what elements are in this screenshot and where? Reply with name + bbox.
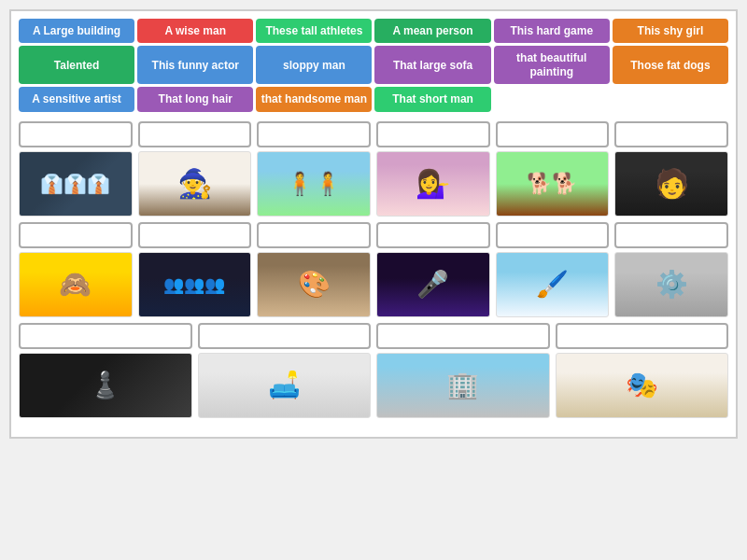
image-cell-wise-man bbox=[138, 151, 252, 217]
answer-box-cell-artist[interactable] bbox=[496, 222, 610, 248]
image-cell-painting bbox=[257, 252, 371, 317]
image-cell-fat-dogs bbox=[496, 151, 610, 217]
image-cell-handsome bbox=[614, 151, 728, 217]
image-cell-machine bbox=[614, 252, 728, 317]
answer-box-cell-game[interactable] bbox=[19, 323, 192, 349]
image-cell-long-hair bbox=[376, 151, 490, 217]
answer-box-cell-sloppy[interactable] bbox=[257, 121, 371, 147]
cell-game bbox=[19, 323, 192, 418]
cell-sloppy bbox=[257, 121, 371, 217]
answer-box-cell-performer[interactable] bbox=[376, 222, 490, 248]
tag-handsome-man[interactable]: that handsome man bbox=[256, 87, 372, 111]
answer-box-cell-machine[interactable] bbox=[614, 222, 728, 248]
tag-mean-person[interactable]: A mean person bbox=[374, 19, 490, 43]
tag-large-sofa[interactable]: That large sofa bbox=[374, 46, 490, 84]
cell-wise-man bbox=[138, 121, 252, 217]
answer-box-cell-sofa[interactable] bbox=[198, 323, 372, 349]
image-cell-game bbox=[19, 353, 192, 418]
image-cell-shy-girl bbox=[19, 252, 133, 317]
image-cell-sloppy bbox=[257, 151, 371, 217]
cell-long-hair bbox=[376, 121, 490, 217]
main-container: A Large buildingA wise manThese tall ath… bbox=[9, 9, 738, 439]
tags-area: A Large buildingA wise manThese tall ath… bbox=[19, 19, 728, 112]
image-cell-building bbox=[376, 353, 550, 418]
cell-shy-girl bbox=[19, 222, 133, 317]
answer-box-cell-men-suits[interactable] bbox=[19, 121, 133, 147]
answer-box-cell-fat-dogs[interactable] bbox=[496, 121, 610, 147]
answer-box-cell-actor[interactable] bbox=[556, 323, 729, 349]
tag-short-man[interactable]: That short man bbox=[374, 87, 490, 111]
image-cell-performer bbox=[376, 252, 490, 317]
cell-fat-dogs bbox=[496, 121, 610, 217]
tag-long-hair[interactable]: That long hair bbox=[137, 87, 253, 111]
image-row-0 bbox=[19, 121, 728, 217]
cell-athletes bbox=[138, 222, 252, 317]
cell-actor bbox=[556, 323, 729, 418]
image-cell-actor bbox=[556, 353, 729, 418]
cell-machine bbox=[614, 222, 728, 317]
answer-box-cell-handsome[interactable] bbox=[614, 121, 728, 147]
tag-beautiful-painting[interactable]: that beautiful painting bbox=[494, 46, 610, 84]
tag-funny-actor[interactable]: This funny actor bbox=[137, 46, 253, 84]
tag-talented[interactable]: Talented bbox=[19, 46, 134, 84]
answer-box-cell-shy-girl[interactable] bbox=[19, 222, 133, 248]
answer-box-cell-painting[interactable] bbox=[257, 222, 371, 248]
image-cell-artist bbox=[496, 252, 610, 317]
cell-sofa bbox=[198, 323, 372, 418]
cell-handsome bbox=[614, 121, 728, 217]
answer-box-cell-long-hair[interactable] bbox=[376, 121, 490, 147]
tag-sloppy-man[interactable]: sloppy man bbox=[256, 46, 372, 84]
tag-fat-dogs[interactable]: Those fat dogs bbox=[613, 46, 728, 84]
image-cell-men-suits bbox=[19, 151, 133, 217]
image-cell-athletes bbox=[138, 252, 252, 317]
image-cell-sofa bbox=[198, 353, 372, 418]
image-row-1 bbox=[19, 222, 728, 317]
answer-box-cell-wise-man[interactable] bbox=[138, 121, 252, 147]
tag-large-building[interactable]: A Large building bbox=[19, 19, 134, 43]
cell-men-suits bbox=[19, 121, 133, 217]
answer-box-cell-building[interactable] bbox=[376, 323, 550, 349]
tag-sensitive-artist[interactable]: A sensitive artist bbox=[19, 87, 134, 111]
cell-artist bbox=[496, 222, 610, 317]
cell-building bbox=[376, 323, 550, 418]
cell-painting bbox=[257, 222, 371, 317]
answer-box-cell-athletes[interactable] bbox=[138, 222, 252, 248]
cell-performer bbox=[376, 222, 490, 317]
tag-shy-girl[interactable]: This shy girl bbox=[613, 19, 728, 43]
tag-hard-game[interactable]: This hard game bbox=[494, 19, 610, 43]
tag-wise-man[interactable]: A wise man bbox=[137, 19, 253, 43]
tag-tall-athletes[interactable]: These tall athletes bbox=[256, 19, 372, 43]
image-row-2 bbox=[19, 323, 728, 418]
answer-section bbox=[19, 121, 728, 418]
